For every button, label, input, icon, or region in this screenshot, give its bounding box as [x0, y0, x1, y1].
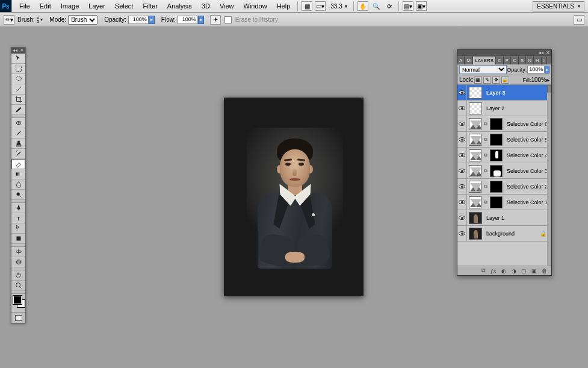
opacity-arrow-icon[interactable]: ▸ [149, 16, 155, 24]
arrange-documents-icon[interactable]: ▤▾ [403, 1, 413, 11]
menu-window[interactable]: Window [239, 2, 272, 10]
layer-name[interactable]: Selective Color 5 [507, 137, 546, 143]
menu-file[interactable]: File [14, 2, 35, 10]
layer-row[interactable]: ⧉ Selective Color 2 [457, 179, 551, 195]
menu-view[interactable]: View [215, 2, 239, 10]
brush-tool[interactable] [11, 128, 25, 139]
brush-dropdown-icon[interactable]: ▾ [40, 17, 43, 22]
erase-history-checkbox[interactable] [224, 16, 232, 23]
view-extras-icon[interactable]: ▭▾ [315, 1, 326, 11]
layer-row[interactable]: background 🔒 [457, 226, 551, 242]
layer-thumbnail[interactable] [469, 87, 482, 99]
delete-icon[interactable]: 🗑 [540, 267, 549, 275]
mask-thumbnail[interactable] [490, 118, 503, 130]
workspace-switcher[interactable]: ESSENTIALS [533, 1, 584, 11]
screen-mode-icon[interactable]: ▣▾ [416, 1, 427, 11]
crop-tool[interactable] [11, 95, 25, 105]
type-tool[interactable]: T [11, 213, 25, 223]
fill-arrow-icon[interactable]: ▸ [546, 76, 549, 83]
dodge-tool[interactable] [11, 190, 25, 200]
tab-masks[interactable]: M [465, 57, 473, 64]
layer-name[interactable]: Selective Color 6 [507, 121, 546, 127]
layer-name[interactable]: Layer 1 [486, 215, 504, 221]
mask-thumbnail[interactable] [490, 165, 503, 177]
layer-row[interactable]: ⧉ Selective Color 4 [457, 148, 551, 163]
marquee-tool[interactable] [11, 64, 25, 74]
mask-icon[interactable]: ◐ [499, 267, 508, 275]
layer-thumbnail[interactable] [469, 212, 482, 224]
new-layer-icon[interactable]: ▣ [530, 267, 539, 275]
healing-tool[interactable] [11, 118, 25, 128]
visibility-toggle[interactable] [457, 226, 467, 242]
tab-channels[interactable]: C [496, 57, 504, 64]
opacity-field[interactable]: 100% [128, 16, 149, 24]
history-brush-tool[interactable] [11, 149, 25, 159]
link-layers-icon[interactable]: ⧉ [478, 267, 487, 275]
flow-arrow-icon[interactable]: ▸ [198, 16, 204, 24]
tab-other2[interactable]: S [519, 57, 526, 64]
scrollbar[interactable] [547, 85, 551, 266]
menu-filter[interactable]: Filter [138, 2, 162, 10]
layer-thumbnail[interactable] [469, 102, 482, 114]
layer-name[interactable]: Selective Color 2 [507, 184, 546, 190]
tab-other1[interactable]: C [511, 57, 519, 64]
tab-layers[interactable]: LAYERS [473, 57, 496, 64]
fx-icon[interactable]: ƒx [489, 267, 498, 275]
tab-other5[interactable]: I [542, 57, 547, 64]
mask-thumbnail[interactable] [490, 181, 503, 193]
lock-position-icon[interactable]: ✥ [492, 76, 500, 84]
adjustment-icon[interactable]: ◑ [509, 267, 518, 275]
lock-all-icon[interactable]: 🔒 [501, 76, 509, 84]
visibility-toggle[interactable] [457, 132, 467, 148]
zoom-icon[interactable]: 🔍 [371, 1, 382, 11]
visibility-toggle[interactable] [457, 101, 467, 116]
layer-opacity-field[interactable]: 100% [527, 66, 545, 73]
layer-thumbnail[interactable] [469, 228, 482, 240]
color-swatches[interactable] [11, 294, 25, 310]
adjustment-thumbnail[interactable] [469, 181, 481, 193]
move-tool[interactable] [11, 54, 25, 64]
eraser-tool[interactable] [11, 159, 25, 169]
lock-pixels-icon[interactable]: ✎ [483, 76, 491, 84]
adjustment-thumbnail[interactable] [469, 149, 481, 161]
visibility-toggle[interactable] [457, 163, 467, 179]
stamp-tool[interactable] [11, 139, 25, 149]
fill-field[interactable]: 100% [531, 76, 546, 83]
tool-preset-icon[interactable]: ✏▾ [4, 15, 14, 25]
tab-paths[interactable]: P [504, 57, 511, 64]
mask-thumbnail[interactable] [490, 196, 503, 208]
layer-row[interactable]: ⧉ Selective Color 6 [457, 116, 551, 132]
layer-name[interactable]: Layer 3 [486, 90, 506, 96]
adjustment-thumbnail[interactable] [469, 118, 481, 130]
menu-select[interactable]: Select [110, 2, 138, 10]
pen-tool[interactable] [11, 203, 25, 213]
visibility-toggle[interactable] [457, 116, 467, 132]
layer-row[interactable]: Layer 3 [457, 85, 551, 101]
layer-name[interactable]: Selective Color 3 [507, 168, 546, 174]
adjustment-thumbnail[interactable] [469, 196, 481, 208]
shape-tool[interactable] [11, 234, 25, 244]
gradient-tool[interactable] [11, 169, 25, 179]
visibility-toggle[interactable] [457, 210, 467, 226]
blur-tool[interactable] [11, 179, 25, 190]
rotate-view-icon[interactable]: ⟳ [384, 1, 395, 11]
tab-other3[interactable]: N [526, 57, 534, 64]
3d-orbit-tool[interactable] [11, 257, 25, 267]
layer-row[interactable]: ⧉ Selective Color 3 [457, 163, 551, 179]
mask-thumbnail[interactable] [490, 149, 503, 161]
3d-rotate-tool[interactable] [11, 247, 25, 257]
tools-panel-header[interactable]: ◂◂✕ [11, 48, 25, 54]
path-tool[interactable] [11, 223, 25, 234]
wand-tool[interactable] [11, 84, 25, 95]
layer-row[interactable]: Layer 2 [457, 101, 551, 116]
airbrush-icon[interactable]: ✈ [210, 15, 221, 25]
menu-help[interactable]: Help [272, 2, 296, 10]
visibility-toggle[interactable] [457, 85, 467, 101]
layer-row[interactable]: ⧉ Selective Color 5 [457, 132, 551, 148]
mask-thumbnail[interactable] [490, 134, 503, 146]
layer-row[interactable]: ⧉ Selective Color 1 [457, 195, 551, 210]
visibility-toggle[interactable] [457, 148, 467, 163]
hand-tool[interactable] [11, 270, 25, 281]
tab-adjustments[interactable]: A [457, 57, 465, 64]
adjustment-thumbnail[interactable] [469, 165, 481, 177]
